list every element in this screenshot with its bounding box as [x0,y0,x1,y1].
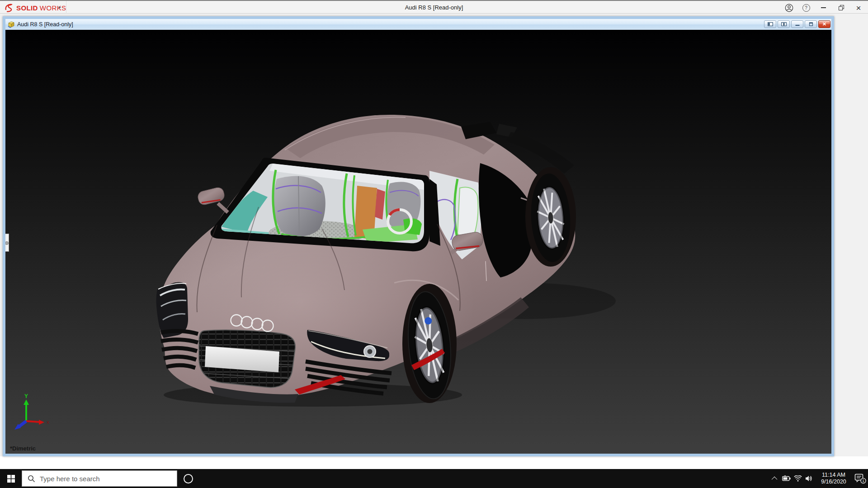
show-left-pane-button[interactable] [764,20,776,28]
taskbar-clock[interactable]: 11:14 AM 9/16/2020 [817,472,850,485]
account-button[interactable] [781,2,797,13]
restore-icon [839,5,844,10]
doc-close-icon: ✕ [822,21,826,27]
status-strip [0,456,868,469]
orientation-triad: Y x [10,393,53,435]
start-button[interactable] [0,469,22,488]
axis-x-label: x [47,419,49,425]
view-orientation-label: *Dimetric [10,445,36,452]
volume-button[interactable] [803,469,815,488]
user-icon [785,4,793,12]
search-icon [28,475,35,483]
speaker-icon [805,475,813,482]
battery-button[interactable] [781,469,792,488]
axis-y-label: Y [24,393,28,399]
chevron-up-icon [772,476,778,482]
audi-r8-3d-model [5,30,831,454]
search-input[interactable] [40,475,177,483]
minimize-button[interactable] [816,2,831,13]
notification-badge: 1 [862,479,864,483]
pane-splitter-tab[interactable] [5,234,9,252]
battery-icon [782,475,791,482]
wifi-icon [794,475,802,482]
clock-time: 11:14 AM [817,472,850,479]
car-model [156,115,616,407]
doc-minimize-icon [795,22,800,26]
cortana-icon [184,474,193,483]
graphics-viewport[interactable]: Y x *Dimetric [5,30,831,454]
right-pane-icon [781,22,787,26]
show-right-pane-button[interactable] [778,20,790,28]
doc-restore-icon [808,22,814,26]
document-title: Audi R8 S [Read-only] [17,21,73,28]
windows-logo-icon [7,475,15,483]
clock-date: 9/16/2020 [817,479,850,485]
document-minimize-button[interactable] [791,20,803,28]
system-tray: 11:14 AM 9/16/2020 1 [769,469,868,488]
document-restore-button[interactable] [805,20,817,28]
left-pane-icon [768,22,773,26]
network-button[interactable] [792,469,803,488]
help-icon: ? [802,4,810,12]
window-title: Audi R8 S [Read-only] [0,4,868,11]
left-mirror [197,186,228,212]
minimize-icon [821,7,826,8]
action-center-button[interactable]: 1 [853,469,868,488]
document-close-button[interactable]: ✕ [818,20,830,28]
close-button[interactable]: × [851,2,866,13]
document-window: Audi R8 S [Read-only] [3,16,834,456]
taskbar-app-cortana[interactable] [177,469,199,488]
hidden-icons-button[interactable] [769,469,781,488]
taskbar: e C:\_ [0,469,868,488]
notification-icon: 1 [854,473,866,484]
document-titlebar[interactable]: Audi R8 S [Read-only] [5,19,831,30]
restore-button[interactable] [834,2,849,13]
assembly-document-icon [7,21,15,28]
help-button[interactable]: ? [798,2,814,13]
app-titlebar: SOLIDWORKS ▸ Audi R8 S [Read-only] ? × [0,0,868,14]
taskbar-search[interactable] [22,470,177,487]
